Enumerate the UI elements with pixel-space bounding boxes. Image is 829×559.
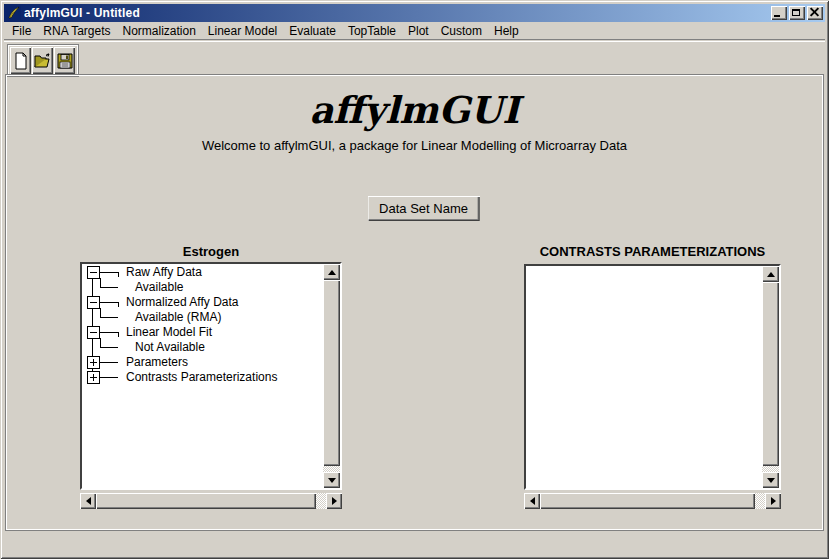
menu-linear-model[interactable]: Linear Model	[202, 23, 283, 40]
maximize-button[interactable]	[789, 6, 805, 20]
affylmgui-window: { "window": { "title": "affylmGUI - Unti…	[0, 0, 829, 559]
scrollbar-thumb[interactable]	[323, 280, 340, 466]
tree-node-raw-affy-data[interactable]: Raw Affy Data	[82, 265, 323, 280]
status-tree-panel: Raw Affy Data Available Normalized Affy …	[80, 262, 342, 490]
app-title: affylmGUI	[0, 88, 829, 132]
tree-node-linear-model-fit[interactable]: Linear Model Fit	[82, 325, 323, 340]
scroll-down-button[interactable]	[762, 472, 779, 488]
data-set-name-button[interactable]: Data Set Name	[367, 196, 480, 221]
toolbar-group	[7, 44, 79, 77]
scroll-right-button[interactable]	[326, 493, 342, 509]
scrollbar-thumb[interactable]	[762, 282, 779, 466]
tree-node-normalized-affy-data[interactable]: Normalized Affy Data	[82, 295, 323, 310]
contrasts-listbox[interactable]	[526, 266, 762, 488]
tree-node-linear-model-status[interactable]: Not Available	[82, 340, 323, 355]
open-folder-icon	[34, 53, 52, 69]
scroll-up-icon	[328, 270, 336, 275]
status-tree: Raw Affy Data Available Normalized Affy …	[82, 265, 323, 488]
new-document-icon	[13, 52, 29, 70]
maximize-icon	[792, 9, 800, 16]
tree-expand-icon[interactable]	[87, 371, 100, 384]
menu-help[interactable]: Help	[488, 23, 525, 40]
titlebar[interactable]: affylmGUI - Untitled	[4, 4, 825, 22]
tree-collapse-icon[interactable]	[87, 266, 100, 279]
scrollbar-thumb[interactable]	[96, 493, 316, 509]
menu-evaluate[interactable]: Evaluate	[283, 23, 342, 40]
scroll-right-button[interactable]	[765, 493, 781, 509]
menu-toptable[interactable]: TopTable	[342, 23, 402, 40]
left-vertical-scrollbar[interactable]	[323, 264, 340, 488]
scroll-up-button[interactable]	[762, 266, 779, 282]
new-file-button[interactable]	[10, 47, 31, 74]
minimize-icon	[774, 15, 780, 17]
scroll-left-icon	[86, 497, 91, 505]
scroll-up-button[interactable]	[323, 264, 340, 280]
tree-expand-icon[interactable]	[87, 356, 100, 369]
window-title: affylmGUI - Untitled	[24, 4, 771, 22]
left-horizontal-scrollbar[interactable]	[80, 493, 342, 509]
contrasts-panel	[524, 264, 781, 490]
scroll-up-icon	[767, 272, 775, 277]
scroll-left-button[interactable]	[524, 493, 540, 509]
scroll-down-button[interactable]	[323, 472, 340, 488]
scroll-down-icon	[767, 478, 775, 483]
scrollbar-thumb[interactable]	[540, 493, 755, 509]
right-horizontal-scrollbar[interactable]	[524, 493, 781, 509]
open-file-button[interactable]	[32, 47, 53, 74]
scroll-right-icon	[332, 497, 337, 505]
toolbar	[4, 41, 825, 78]
tree-node-parameters[interactable]: Parameters	[82, 355, 323, 370]
scroll-down-icon	[328, 478, 336, 483]
tree-node-raw-affy-status[interactable]: Available	[82, 280, 323, 295]
menubar: File RNA Targets Normalization Linear Mo…	[4, 23, 825, 40]
tree-collapse-icon[interactable]	[87, 296, 100, 309]
left-panel-heading: Estrogen	[80, 244, 342, 259]
tree-node-normalized-affy-status[interactable]: Available (RMA)	[82, 310, 323, 325]
minimize-button[interactable]	[771, 6, 787, 20]
menu-plot[interactable]: Plot	[402, 23, 435, 40]
right-vertical-scrollbar[interactable]	[762, 266, 779, 488]
tk-feather-icon	[7, 6, 21, 20]
scroll-left-button[interactable]	[80, 493, 96, 509]
close-button[interactable]	[807, 6, 823, 20]
right-panel-heading: CONTRASTS PARAMETERIZATIONS	[524, 244, 781, 259]
menu-normalization[interactable]: Normalization	[117, 23, 202, 40]
save-file-button[interactable]	[54, 47, 75, 74]
menu-file[interactable]: File	[6, 23, 37, 40]
status-tree-listbox[interactable]: Raw Affy Data Available Normalized Affy …	[82, 264, 323, 488]
menu-custom[interactable]: Custom	[435, 23, 488, 40]
scroll-left-icon	[530, 497, 535, 505]
app-subtitle: Welcome to affylmGUI, a package for Line…	[0, 138, 829, 153]
close-icon	[807, 6, 823, 20]
save-floppy-icon	[57, 53, 73, 69]
tree-node-contrasts-parameterizations[interactable]: Contrasts Parameterizations	[82, 370, 323, 385]
tree-collapse-icon[interactable]	[87, 326, 100, 339]
scroll-right-icon	[771, 497, 776, 505]
menu-rna-targets[interactable]: RNA Targets	[37, 23, 116, 40]
